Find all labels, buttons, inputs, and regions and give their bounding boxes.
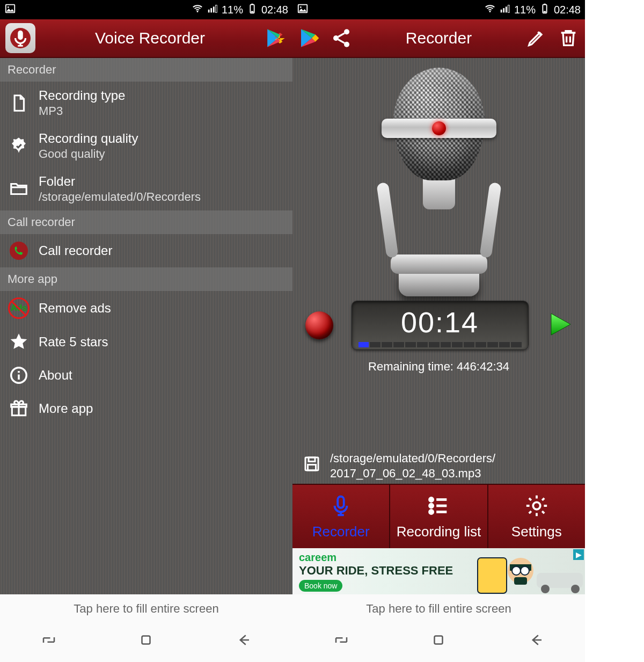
ad-headline: YOUR RIDE, STRESS FREE [299,564,453,578]
star-icon [8,332,30,352]
svg-rect-40 [338,496,344,507]
svg-point-2 [196,11,198,12]
app-title: Recorder [362,29,515,47]
item-call-recorder[interactable]: Call recorder [0,234,292,267]
item-title: About [39,368,72,383]
back-button[interactable] [236,632,252,650]
fill-screen-hint[interactable]: Tap here to fill entire screen [0,594,292,623]
svg-point-46 [541,585,550,593]
svg-rect-6 [215,5,217,12]
item-title: Folder [39,174,201,189]
no-ads-icon: Ads [8,297,30,319]
recents-button[interactable] [41,632,57,650]
fill-screen-hint[interactable]: Tap here to fill entire screen [292,594,585,623]
svg-point-21 [489,11,491,12]
svg-point-44 [533,502,540,509]
item-title: Recording type [39,88,125,103]
clock: 02:48 [261,4,288,16]
tab-recording-list[interactable]: Recording list [390,485,488,548]
item-recording-quality[interactable]: Recording quality Good quality [0,125,292,168]
svg-marker-36 [551,314,570,335]
item-title: Recording quality [39,131,138,146]
svg-rect-28 [544,11,546,12]
svg-point-41 [430,498,433,501]
picture-icon [4,3,16,17]
svg-point-51 [512,566,521,575]
item-remove-ads[interactable]: Ads Remove ads [0,291,292,325]
svg-rect-3 [208,9,210,12]
play-store-icon[interactable] [265,27,287,49]
svg-rect-27 [544,3,546,4]
record-button[interactable] [305,311,333,339]
ad-brand: careem [299,551,453,564]
svg-point-14 [10,242,28,260]
svg-rect-53 [514,577,527,585]
svg-point-52 [521,566,529,575]
ad-banner[interactable]: careem YOUR RIDE, STRESS FREE Book now ▶ [292,548,585,594]
recents-button[interactable] [333,632,349,650]
svg-rect-48 [478,558,507,593]
back-button[interactable] [528,632,544,650]
svg-point-35 [344,42,349,47]
recorder-body: 00:14 Remaining time: 446:42:34 [292,58,585,484]
svg-point-20 [300,6,302,8]
picture-icon [297,3,309,17]
item-rate[interactable]: Rate 5 stars [0,325,292,359]
ad-close-icon[interactable]: ▶ [573,549,584,560]
item-sub: Good quality [39,147,138,161]
app-logo-icon [5,23,35,53]
item-title: More app [39,401,93,416]
signal-icon [207,3,218,17]
battery-icon [539,3,551,17]
play-button[interactable] [547,311,573,339]
svg-rect-24 [506,6,507,12]
item-sub: MP3 [39,104,125,118]
item-more-app[interactable]: More app [0,392,292,425]
item-recording-type[interactable]: Recording type MP3 [0,82,292,125]
item-title: Rate 5 stars [39,334,108,350]
tab-recorder[interactable]: Recorder [292,485,390,548]
app-header: Voice Recorder [0,19,292,58]
svg-rect-5 [213,6,215,12]
info-icon [8,365,30,385]
save-path-line1: /storage/emulated/0/Recorders/ [330,451,495,466]
item-sub: /storage/emulated/0/Recorders [39,190,201,204]
battery-icon [246,3,258,17]
item-title: Remove ads [39,301,111,316]
battery-pct: 11% [222,4,243,16]
svg-rect-38 [309,457,315,462]
home-button[interactable] [430,632,447,650]
svg-point-42 [430,504,433,507]
svg-point-33 [333,35,339,41]
phone-settings-screen: 11% 02:48 Voice Recorder Recorder [0,0,292,662]
tab-settings[interactable]: Settings [488,485,585,548]
item-about[interactable]: About [0,359,292,392]
app-title: Voice Recorder [45,29,255,47]
background [0,425,292,594]
quality-badge-icon [8,136,30,156]
section-header-call: Call recorder [0,210,292,234]
section-header-more: More app [0,267,292,291]
svg-rect-9 [251,11,254,12]
trash-icon[interactable] [557,27,580,49]
svg-point-1 [8,6,9,8]
system-nav-bar [292,623,585,662]
home-button[interactable] [138,632,154,650]
ad-art [456,548,585,594]
edit-icon[interactable] [525,27,547,49]
save-path-line2: 2017_07_06_02_48_03.mp3 [330,466,495,481]
play-store-icon[interactable] [298,27,320,49]
svg-rect-22 [501,9,502,12]
remaining-time: Remaining time: 446:42:34 [368,360,509,374]
microphone-illustration [377,68,501,296]
system-nav-bar [0,623,292,662]
bottom-tabs: Recorder Recording list Settings [292,484,585,548]
tab-label: Recorder [312,523,370,540]
share-icon[interactable] [330,27,353,49]
level-meter [358,342,522,347]
section-header-recorder: Recorder [0,58,292,82]
wifi-icon [484,3,496,17]
item-folder[interactable]: Folder /storage/emulated/0/Recorders [0,168,292,210]
ad-cta[interactable]: Book now [299,580,342,592]
wifi-icon [192,3,203,17]
